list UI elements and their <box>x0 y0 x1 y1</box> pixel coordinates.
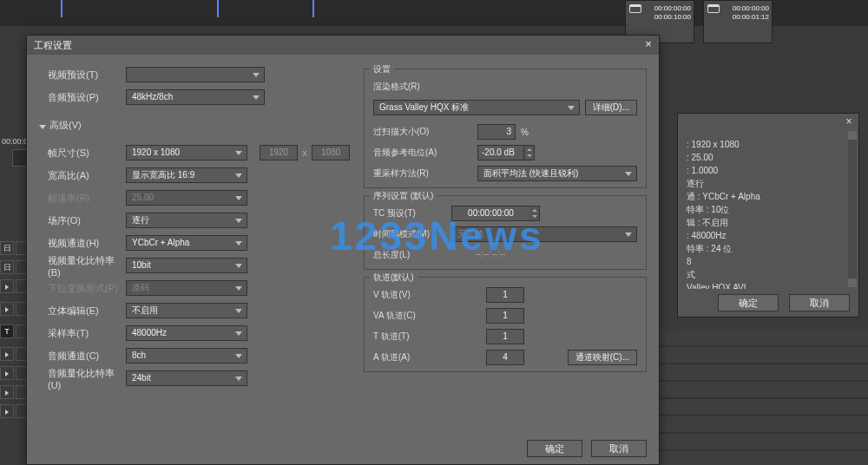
render-format-label: 渲染格式(R) <box>373 81 451 93</box>
speaker-icon[interactable] <box>0 302 14 316</box>
close-icon[interactable]: × <box>641 37 655 51</box>
video-bitdepth-label: 视频量化比特率(B) <box>39 254 126 278</box>
total-length-value: --:--:--:-- <box>451 247 529 263</box>
advanced-section-toggle[interactable]: 高级(V) <box>39 119 126 132</box>
channel-mapping-button[interactable]: 通道映射(C)... <box>568 350 637 365</box>
fieldset-legend: 轨道(默认) <box>370 272 418 284</box>
sample-rate-label: 采样率(T) <box>39 327 126 340</box>
resample-label: 重采样方法(R) <box>373 167 451 180</box>
clip-thumbnail-2[interactable]: 00:00:00:00 00:00:01:12 <box>703 0 773 43</box>
project-info-panel: × : 1920 x 1080 : 25.00 : 1.0000 逐行 通 : … <box>677 113 859 318</box>
resample-dropdown[interactable]: 面积平均法 (快速且锐利) <box>477 166 637 181</box>
speaker-icon[interactable] <box>0 347 14 361</box>
framerate-label: 帧速率(R) <box>39 192 126 205</box>
track-default-fieldset: 轨道(默认) V 轨道(V) 1 VA 轨道(C) 1 T 轨道(T) 1 <box>364 277 647 372</box>
t-track-label: T 轨道(T) <box>373 331 451 343</box>
info-line: 通 : YCbCr + Alpha <box>687 190 850 203</box>
info-line: 8 <box>687 255 850 268</box>
va-track-input[interactable]: 1 <box>486 308 524 324</box>
fieldset-legend: 序列设置 (默认) <box>370 190 437 202</box>
info-line: : 1.0000 <box>687 164 850 177</box>
clip-tc-out: 00:00:01:12 <box>733 13 769 22</box>
a-track-input[interactable]: 4 <box>486 350 524 365</box>
t-track-input[interactable]: 1 <box>486 329 524 344</box>
clip-tc-out: 00:00:10:00 <box>654 13 691 22</box>
dialog-title: 工程设置 <box>34 40 72 50</box>
va-track-label: VA 轨道(C) <box>373 310 451 322</box>
triangle-down-icon <box>39 121 46 131</box>
info-line: 式 <box>687 268 850 281</box>
speaker-icon[interactable] <box>0 279 14 293</box>
track-header-v1[interactable]: 日 <box>0 241 14 255</box>
info-line: 逐行 <box>687 177 850 190</box>
frame-size-dropdown[interactable]: 1920 x 1080 <box>126 145 247 160</box>
width-input[interactable]: 1920 <box>260 145 298 160</box>
info-line: : 25.00 <box>687 151 850 164</box>
aspect-dropdown[interactable]: 显示宽高比 16:9 <box>126 167 247 183</box>
video-bitdepth-dropdown[interactable]: 10bit <box>126 258 247 273</box>
v-track-label: V 轨道(V) <box>373 289 451 301</box>
clip-tc-in: 00:00:00:00 <box>654 4 691 13</box>
v-track-input[interactable]: 1 <box>486 287 524 303</box>
project-settings-dialog: 工程设置 × 视频预设(T) 音频预设(P) 48kHz/8ch 高级(V) 帧… <box>26 35 660 465</box>
info-line: Valley HQX AVI <box>687 281 850 289</box>
sequence-default-fieldset: 序列设置 (默认) TC 预设(T) 00:00:00:00 时间码模式(M) … <box>364 195 647 270</box>
tc-preset-input[interactable]: 00:00:00:00 <box>451 206 529 221</box>
save-disk-icon <box>707 4 720 13</box>
framerate-dropdown: 25.00 <box>126 190 247 206</box>
tc-mode-label: 时间码模式(M) <box>373 228 451 240</box>
info-line: 辑 : 不启用 <box>687 216 850 229</box>
audio-ref-label: 音频参考电位(A) <box>373 147 451 159</box>
save-disk-icon <box>629 4 641 13</box>
stereo-edit-label: 立体编辑(E) <box>39 305 126 318</box>
aspect-label: 宽高比(A) <box>39 169 126 182</box>
stepper[interactable] <box>524 145 535 160</box>
audio-bitdepth-dropdown[interactable]: 24bit <box>126 370 247 386</box>
frame-size-label: 帧尺寸(S) <box>39 147 126 160</box>
pulldown-dropdown: 原码 <box>126 280 247 296</box>
track-header-t[interactable]: T <box>0 324 14 338</box>
render-detail-button[interactable]: 详细(D)... <box>585 100 637 115</box>
overscan-label: 过扫描大小(O) <box>373 126 451 138</box>
track-header-v2[interactable]: 日 <box>0 260 14 274</box>
pulldown-label: 下拉变换形式(P) <box>39 282 126 295</box>
video-channel-dropdown[interactable]: YCbCr + Alpha <box>126 235 247 251</box>
audio-channel-label: 音频通道(C) <box>39 350 126 363</box>
speaker-icon[interactable] <box>0 385 14 399</box>
video-preset-label: 视频预设(T) <box>39 69 126 82</box>
speaker-icon[interactable] <box>0 366 14 380</box>
render-format-dropdown[interactable]: Grass Valley HQX 标准 <box>373 100 580 115</box>
a-track-label: A 轨道(A) <box>373 351 451 363</box>
audio-bitdepth-label: 音频量化比特率(U) <box>39 367 126 390</box>
video-channel-label: 视频通道(H) <box>39 237 126 250</box>
x-separator: x <box>298 147 312 158</box>
clip-tc-in: 00:00:00:00 <box>733 4 769 13</box>
field-order-label: 场序(O) <box>39 214 126 227</box>
stereo-edit-dropdown[interactable]: 不启用 <box>126 303 247 318</box>
audio-preset-dropdown[interactable]: 48kHz/8ch <box>126 89 265 105</box>
stepper[interactable] <box>529 206 540 221</box>
overscan-unit: % <box>521 128 529 137</box>
video-preset-dropdown[interactable] <box>126 67 265 82</box>
tc-mode-dropdown: 无丢帧 <box>451 226 637 242</box>
settings-fieldset: 设置 渲染格式(R) Grass Valley HQX 标准 详细(D)... … <box>364 69 647 188</box>
info-line: : 1920 x 1080 <box>687 138 850 151</box>
info-cancel-button[interactable]: 取消 <box>789 294 850 311</box>
speaker-icon[interactable] <box>0 404 14 418</box>
cancel-button[interactable]: 取消 <box>591 440 647 457</box>
info-ok-button[interactable]: 确定 <box>718 294 779 311</box>
info-line: : 48000Hz <box>687 229 850 242</box>
fieldset-legend: 设置 <box>370 63 394 75</box>
total-length-label: 总长度(L) <box>373 249 451 261</box>
tc-preset-label: TC 预设(T) <box>373 207 451 219</box>
sample-rate-dropdown[interactable]: 48000Hz <box>126 325 247 341</box>
info-line: 特率 : 24 位 <box>687 242 850 255</box>
ok-button[interactable]: 确定 <box>527 440 582 457</box>
audio-channel-dropdown[interactable]: 8ch <box>126 348 247 363</box>
info-line: 特率 : 10位 <box>687 203 850 216</box>
height-input[interactable]: 1080 <box>312 145 350 160</box>
audio-preset-label: 音频预设(P) <box>39 91 126 104</box>
overscan-input[interactable]: 3 <box>477 124 516 140</box>
field-order-dropdown[interactable]: 逐行 <box>126 213 247 228</box>
audio-ref-input[interactable]: -20.0 dB <box>477 145 524 160</box>
